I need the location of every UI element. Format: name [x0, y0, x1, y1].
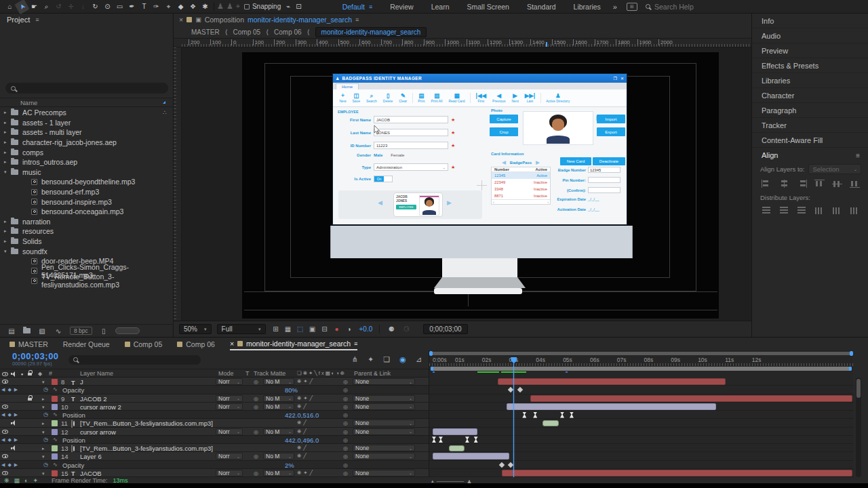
workspace-standard[interactable]: Standard: [527, 3, 556, 11]
clone-stamp-tool[interactable]: ⌖: [163, 1, 174, 12]
prev-provider-icon[interactable]: ◀: [502, 160, 505, 165]
twisty-icon[interactable]: ▸: [4, 140, 7, 145]
mode-select[interactable]: Norr⌄: [216, 470, 243, 476]
project-item-bensound-beyondtheline-mp3[interactable]: bensound-beyondtheline.mp3: [0, 177, 174, 187]
track-matte-select[interactable]: No M⌄: [263, 395, 294, 402]
clear-button[interactable]: ✎Clear: [396, 93, 410, 103]
resolution-select[interactable]: Full▾: [217, 324, 266, 334]
parent-select[interactable]: None⌄: [353, 428, 415, 435]
next-button[interactable]: ▶Next: [509, 93, 521, 103]
deactivate-button[interactable]: Deactivate: [593, 157, 625, 165]
snap-options-icon[interactable]: ⌁: [286, 3, 290, 10]
stopwatch-icon[interactable]: ◷: [43, 411, 48, 418]
project-item-resources[interactable]: ▸resources: [0, 226, 174, 237]
last-button[interactable]: ▶▶|Last: [521, 93, 538, 103]
layer-duration-bar[interactable]: [507, 403, 716, 410]
twisty-icon[interactable]: ▾: [42, 471, 45, 476]
badgepass-app-window[interactable]: ♟ BADGEPASS IDENTITY MANAGER ❐✕ Home +Ne…: [332, 73, 627, 225]
composition-mini-flowchart-icon[interactable]: ⋔: [352, 355, 358, 364]
new-card-button[interactable]: New Card: [560, 157, 591, 165]
dolly-camera-tool[interactable]: ↓: [77, 1, 89, 12]
twisty-icon[interactable]: ▸: [42, 421, 45, 426]
transparency-grid-icon[interactable]: ▦: [283, 325, 293, 333]
graph-icon[interactable]: ∿: [53, 411, 58, 418]
layer-duration-bar[interactable]: [542, 420, 559, 426]
lasso-icon[interactable]: ⌖: [236, 2, 240, 11]
mode-select[interactable]: Norr⌄: [216, 395, 243, 402]
twisty-icon[interactable]: ▾: [4, 169, 7, 175]
project-item-ac-precomps[interactable]: ▸AC Precomps∴: [0, 108, 174, 118]
keyframe[interactable]: [432, 436, 436, 443]
people-icon-1[interactable]: ♟: [217, 2, 224, 11]
twisty-icon[interactable]: ▸: [42, 396, 45, 402]
track-matte-select[interactable]: No M⌄: [263, 378, 294, 385]
lock-icon[interactable]: [28, 398, 32, 401]
frame-blending-icon[interactable]: ❏: [383, 355, 390, 364]
mode-select[interactable]: Norr⌄: [216, 428, 243, 435]
twisty-icon[interactable]: ▸: [4, 159, 7, 165]
layer-row-12[interactable]: ▾12cursor arrowNorr⌄◎No M⌄❋╱◎None⌄: [0, 428, 429, 436]
project-item-assets-multi-layer[interactable]: ▸assets - multi layer: [0, 127, 174, 138]
workspace-default[interactable]: Default: [342, 3, 365, 11]
card-row-8871[interactable]: 8871Inactive: [492, 192, 550, 199]
property-value[interactable]: 422.0,516.0: [285, 411, 319, 419]
align-bottom-icon[interactable]: [850, 180, 860, 188]
timeline-ruler[interactable]: 0:00s01s02s03s04s05s06s07s08s09s10s11s12…: [429, 357, 854, 366]
pan-camera-tool[interactable]: ✛: [65, 1, 77, 12]
motion-blur-icon[interactable]: ◉: [399, 355, 406, 364]
panel-tab-info[interactable]: Info: [752, 14, 868, 28]
keyframe[interactable]: [560, 412, 564, 418]
magnification-select[interactable]: 50%▾: [179, 324, 212, 334]
mode-select[interactable]: Norr⌄: [216, 403, 243, 410]
id-number-input[interactable]: 11223: [374, 142, 448, 149]
label-color-chip[interactable]: [52, 396, 58, 402]
parent-pickwhip-icon[interactable]: ◎: [343, 453, 348, 460]
next-badge-icon[interactable]: ▶: [447, 199, 452, 206]
layer-duration-bar[interactable]: [498, 378, 726, 385]
eye-icon[interactable]: [2, 430, 8, 434]
home-tool[interactable]: ⌂: [4, 1, 16, 12]
mode-column-header[interactable]: Mode: [218, 370, 234, 377]
track-matte-pickwhip-icon[interactable]: ◎: [254, 470, 258, 476]
parent-pickwhip-icon[interactable]: ◎: [343, 420, 348, 426]
panel-tab-libraries[interactable]: Libraries: [752, 73, 868, 88]
distribute-top-icon[interactable]: [762, 207, 772, 215]
keyframe-navigator[interactable]: ◀◆▶: [1, 387, 20, 392]
track-matte-pickwhip-icon[interactable]: ◎: [254, 404, 258, 410]
parent-link-column-header[interactable]: Parent & Link: [354, 370, 391, 377]
align-v-center-icon[interactable]: [832, 180, 842, 188]
timeline-graph-area[interactable]: 0:00s01s02s03s04s05s06s07s08s09s10s11s12…: [429, 350, 853, 477]
people-icon-2[interactable]: ♟: [226, 2, 233, 11]
label-color-chip[interactable]: [52, 445, 58, 451]
panel-tab-character[interactable]: Character: [752, 88, 868, 103]
property-pickwhip-icon[interactable]: ◎: [343, 387, 348, 393]
graph-icon[interactable]: ∿: [53, 386, 58, 392]
panel-tab-audio[interactable]: Audio: [752, 28, 868, 43]
print-button[interactable]: ▤Print: [415, 93, 428, 103]
layer-row-10[interactable]: ▾10cursor arrow 2Norr⌄◎No M⌄❋╱◎None⌄: [0, 403, 429, 411]
parent-select[interactable]: None⌄: [353, 445, 415, 451]
parent-select[interactable]: None⌄: [353, 453, 415, 460]
card-row-22349[interactable]: 22349Inactive: [492, 179, 550, 186]
exposure-icon[interactable]: ◑: [344, 325, 354, 333]
property-value[interactable]: 2%: [285, 462, 294, 469]
workspace-small-screen[interactable]: Small Screen: [467, 3, 509, 11]
twisty-icon[interactable]: ▾: [42, 380, 45, 385]
next-provider-icon[interactable]: ▶: [536, 160, 539, 165]
read-card-button[interactable]: ▦Read Card: [446, 93, 468, 103]
project-item-narration[interactable]: ▸narration: [0, 217, 174, 227]
speaker-icon[interactable]: [11, 420, 16, 426]
stopwatch-icon[interactable]: ◷: [43, 386, 48, 392]
graph-icon[interactable]: ∿: [53, 462, 58, 468]
property-pickwhip-icon[interactable]: ◎: [343, 462, 348, 468]
twisty-icon[interactable]: ▾: [4, 249, 7, 254]
keyframe[interactable]: [517, 387, 523, 392]
interpret-footage-icon[interactable]: ∿: [54, 327, 63, 335]
property-row-position[interactable]: ◀◆▶◷∿Position442.0,496.0◎: [0, 436, 429, 444]
project-item-soundfx[interactable]: ▾soundfx: [0, 246, 174, 256]
label-color-chip[interactable]: [52, 404, 58, 410]
twisty-icon[interactable]: ▾: [42, 405, 45, 410]
twisty-icon[interactable]: ▸: [4, 150, 7, 155]
track-matte-select[interactable]: No M⌄: [263, 470, 294, 476]
puppet-pin-tool[interactable]: ✱: [199, 1, 211, 12]
